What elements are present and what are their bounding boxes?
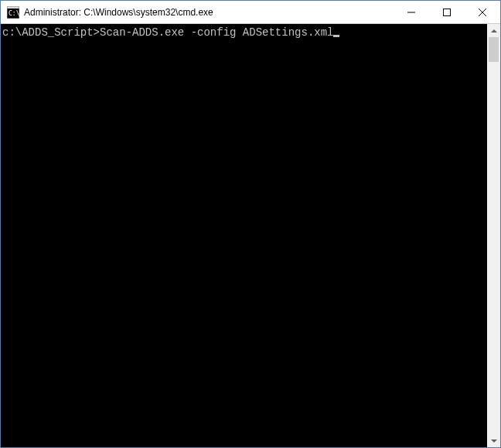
client-area: c:\ADDS_Script>Scan-ADDS.exe -config ADS… <box>1 24 500 447</box>
chevron-up-icon <box>491 29 497 32</box>
minimize-button[interactable] <box>394 1 429 24</box>
scroll-down-button[interactable] <box>487 434 500 447</box>
prompt: c:\ADDS_Script> <box>2 26 100 39</box>
scroll-track[interactable] <box>487 37 500 434</box>
window-controls <box>394 1 500 23</box>
cursor <box>333 35 339 37</box>
close-button[interactable] <box>465 1 500 24</box>
cmd-window: C:\ Administrator: C:\Windows\system32\c… <box>0 0 501 448</box>
command-text: Scan-ADDS.exe -config ADSettings.xml <box>100 26 333 39</box>
titlebar[interactable]: C:\ Administrator: C:\Windows\system32\c… <box>1 1 500 24</box>
svg-rect-5 <box>444 9 451 16</box>
scroll-thumb[interactable] <box>489 37 499 62</box>
cmd-icon: C:\ <box>7 6 19 19</box>
chevron-down-icon <box>491 439 497 443</box>
scroll-up-button[interactable] <box>487 24 500 37</box>
window-title: Administrator: C:\Windows\system32\cmd.e… <box>24 7 394 18</box>
vertical-scrollbar[interactable] <box>487 24 500 447</box>
svg-text:C:\: C:\ <box>9 10 19 17</box>
maximize-button[interactable] <box>429 1 465 24</box>
terminal[interactable]: c:\ADDS_Script>Scan-ADDS.exe -config ADS… <box>1 24 487 447</box>
